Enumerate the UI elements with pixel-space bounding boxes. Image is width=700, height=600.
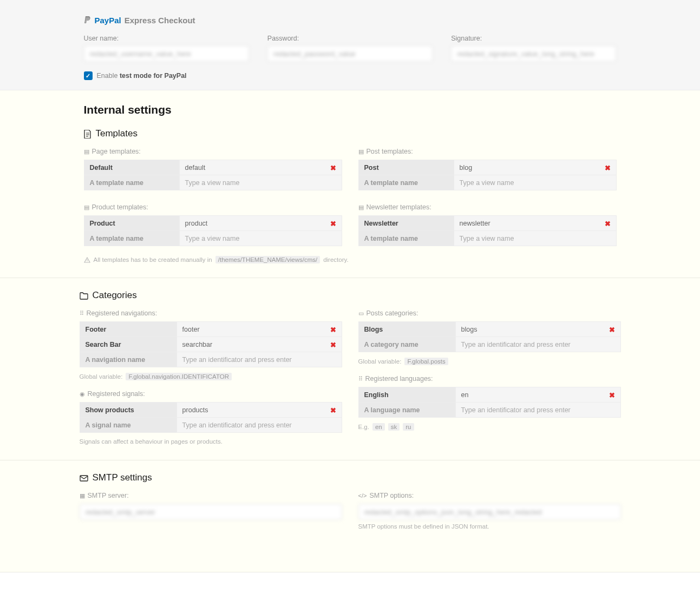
table-row: Newsletter newsletter✖: [358, 216, 616, 231]
posts-note: Global variable: F.global.posts: [358, 358, 621, 365]
table-row: Footer footer✖: [80, 322, 342, 337]
signals-label: ◉ Registered signals:: [80, 390, 342, 398]
table-row-new[interactable]: A language name Type an identificator an…: [358, 403, 620, 418]
product-templates-table: Product product✖ A template name Type a …: [84, 215, 342, 246]
delete-icon[interactable]: ✖: [330, 340, 336, 348]
signature-input[interactable]: [451, 45, 616, 62]
table-row: Product product✖: [84, 216, 342, 231]
sitemap-icon: ⠿: [358, 375, 363, 383]
templates-note: All templates has to be created manually…: [84, 256, 617, 263]
smtp-options-input[interactable]: [358, 504, 621, 520]
paypal-subtitle: Express Checkout: [125, 16, 195, 25]
signature-label: Signature:: [451, 35, 616, 42]
categories-heading: Categories: [80, 290, 621, 301]
newsletter-templates-label: ▤ Newsletter templates:: [358, 203, 617, 211]
folder-icon: [80, 290, 88, 301]
internal-title: Internal settings: [84, 103, 617, 116]
delete-icon[interactable]: ✖: [330, 219, 336, 227]
table-row: Default default✖: [84, 160, 342, 175]
delete-icon[interactable]: ✖: [330, 325, 336, 333]
table-row-new[interactable]: A template name Type a view name: [358, 175, 616, 190]
table-row: Search Bar searchbar✖: [80, 337, 342, 352]
testmode-label: Enable test mode for PayPal: [97, 72, 187, 80]
paypal-icon: [84, 15, 91, 25]
smtp-options-label: </> SMTP options:: [358, 492, 621, 499]
nav-label: ⠿ Registered navigations:: [80, 309, 342, 317]
langs-label: ⠿ Registered languages:: [358, 375, 621, 383]
posts-cat-table: Blogs blogs✖ A category name Type an ide…: [358, 321, 621, 352]
nav-note: Global variable: F.global.navigation.IDE…: [80, 373, 342, 380]
password-input[interactable]: [267, 45, 433, 62]
delete-icon[interactable]: ✖: [605, 219, 611, 227]
table-row-new[interactable]: A navigation name Type an identificator …: [80, 352, 342, 367]
table-row: Blogs blogs✖: [358, 322, 620, 337]
sitemap-icon: ⠿: [80, 310, 84, 317]
smtp-server-label: ▦ SMTP server:: [80, 492, 342, 499]
signal-icon: ◉: [80, 391, 85, 398]
doc-icon: ▤: [358, 148, 364, 155]
smtp-server-input[interactable]: [80, 504, 342, 520]
table-row-new[interactable]: A template name Type a view name: [84, 231, 342, 246]
mail-icon: [80, 472, 88, 483]
table-row-new[interactable]: A template name Type a view name: [358, 231, 616, 246]
file-icon: [84, 128, 91, 139]
paypal-brand: PayPal: [95, 16, 121, 25]
smtp-options-note: SMTP options must be defined in JSON for…: [358, 523, 621, 530]
delete-icon[interactable]: ✖: [330, 163, 336, 172]
paypal-section: PayPal Express Checkout User name: Passw…: [0, 0, 700, 90]
table-row: Post blog✖: [358, 160, 616, 175]
warning-icon: [84, 256, 90, 263]
delete-icon[interactable]: ✖: [609, 391, 615, 399]
newsletter-templates-table: Newsletter newsletter✖ A template name T…: [358, 215, 617, 246]
table-row: Show products products✖: [80, 403, 342, 418]
username-label: User name:: [84, 35, 249, 42]
table-row-new[interactable]: A signal name Type an identificator and …: [80, 418, 342, 433]
page-templates-table: Default default✖ A template name Type a …: [84, 160, 342, 190]
delete-icon[interactable]: ✖: [605, 163, 611, 172]
folder-icon: ▭: [358, 310, 364, 317]
doc-icon: ▤: [84, 204, 89, 211]
doc-icon: ▤: [358, 204, 364, 211]
svg-rect-0: [80, 476, 88, 481]
templates-heading: Templates: [84, 128, 617, 139]
username-input[interactable]: [84, 45, 249, 62]
doc-icon: ▤: [84, 148, 89, 155]
langs-note: E.g. en sk ru: [358, 423, 621, 431]
table-row: English en✖: [358, 387, 620, 403]
navigations-table: Footer footer✖ Search Bar searchbar✖ A n…: [80, 321, 342, 367]
page-templates-label: ▤ Page templates:: [84, 148, 342, 155]
testmode-checkbox[interactable]: ✓: [84, 71, 93, 80]
signals-note: Signals can affect a behaviour in pages …: [80, 438, 342, 445]
posts-cat-label: ▭ Posts categories:: [358, 309, 621, 317]
post-templates-label: ▤ Post templates:: [358, 148, 617, 155]
smtp-heading: SMTP settings: [80, 472, 621, 483]
product-templates-label: ▤ Product templates:: [84, 203, 342, 211]
signals-table: Show products products✖ A signal name Ty…: [80, 402, 342, 433]
code-icon: </>: [358, 492, 367, 499]
delete-icon[interactable]: ✖: [330, 406, 336, 414]
langs-table: English en✖ A language name Type an iden…: [358, 387, 621, 418]
password-label: Password:: [267, 35, 433, 42]
paypal-title: PayPal Express Checkout: [84, 15, 617, 25]
post-templates-table: Post blog✖ A template name Type a view n…: [358, 160, 617, 190]
table-row-new[interactable]: A category name Type an identificator an…: [358, 337, 620, 352]
server-icon: ▦: [80, 492, 85, 499]
table-row-new[interactable]: A template name Type a view name: [84, 175, 342, 190]
delete-icon[interactable]: ✖: [609, 325, 615, 333]
